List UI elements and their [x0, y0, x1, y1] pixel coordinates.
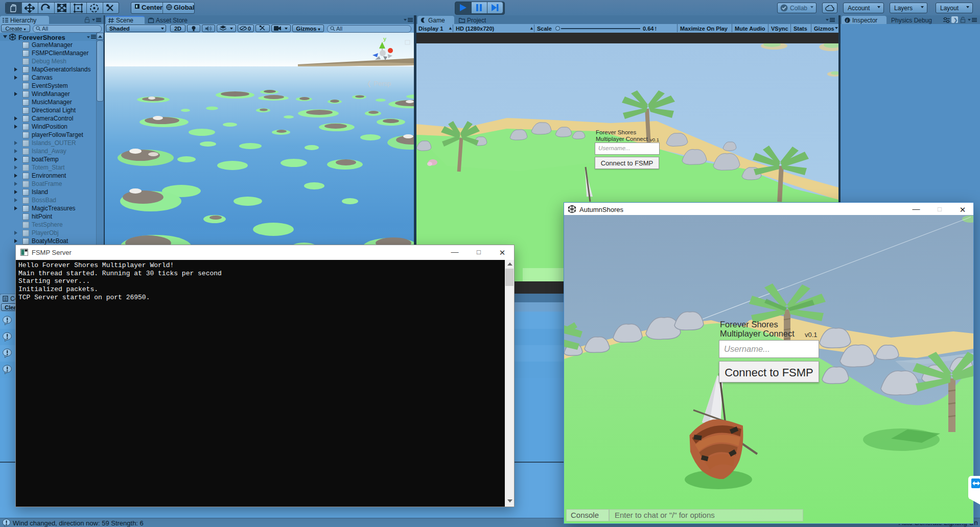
svg-text:❬ Persp: ❬ Persp: [366, 80, 391, 88]
svg-text:y: y: [383, 36, 387, 42]
